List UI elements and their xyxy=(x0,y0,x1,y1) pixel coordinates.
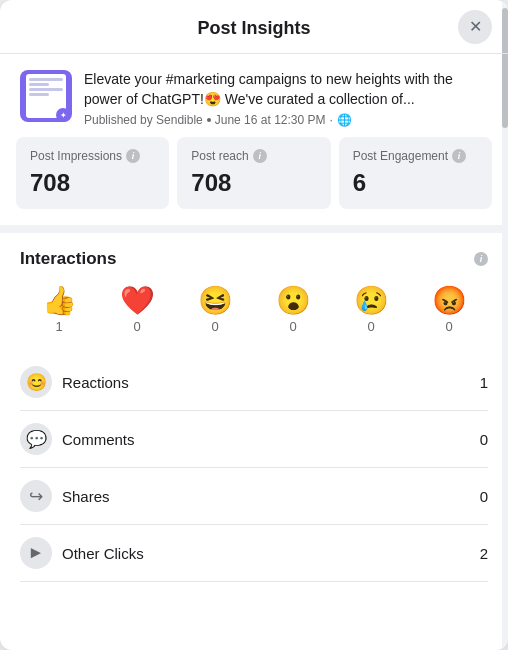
close-icon: ✕ xyxy=(469,17,482,36)
emoji-love-icon: ❤️ xyxy=(120,287,155,315)
stats-row: Post Impressions i 708 Post reach i 708 … xyxy=(0,137,508,225)
interaction-icon-1: 💬 xyxy=(20,423,52,455)
emoji-item-like: 👍 1 xyxy=(42,287,77,334)
emoji-row: 👍 1 ❤️ 0 😆 0 😮 0 😢 0 😡 0 xyxy=(20,283,488,338)
post-thumbnail: ✦ xyxy=(20,70,72,122)
doc-line-3 xyxy=(29,88,63,91)
interaction-left-1: 💬 Comments xyxy=(20,423,135,455)
emoji-like-count: 1 xyxy=(55,319,62,334)
published-by: Published by Sendible xyxy=(84,113,203,127)
interaction-label-1: Comments xyxy=(62,431,135,448)
interaction-item-other-clicks: ► Other Clicks 2 xyxy=(20,525,488,582)
stat-label-engagement: Post Engagement i xyxy=(353,149,478,163)
doc-badge: ✦ xyxy=(56,108,70,122)
emoji-angry-icon: 😡 xyxy=(432,287,467,315)
info-icon-impressions: i xyxy=(126,149,140,163)
info-icon-reach: i xyxy=(253,149,267,163)
modal-title: Post Insights xyxy=(197,18,310,39)
interaction-label-3: Other Clicks xyxy=(62,545,144,562)
meta-dot xyxy=(207,118,211,122)
interaction-left-3: ► Other Clicks xyxy=(20,537,144,569)
stat-value-engagement: 6 xyxy=(353,169,478,197)
interaction-item-shares: ↪ Shares 0 xyxy=(20,468,488,525)
interaction-left-2: ↪ Shares xyxy=(20,480,110,512)
interactions-section: Interactions i 👍 1 ❤️ 0 😆 0 😮 0 😢 0 😡 0 xyxy=(0,233,508,598)
interaction-count-0: 1 xyxy=(480,374,488,391)
post-meta: Published by Sendible June 16 at 12:30 P… xyxy=(84,113,488,127)
doc-line-2 xyxy=(29,83,49,86)
modal-header: Post Insights ✕ xyxy=(0,0,508,54)
emoji-item-angry: 😡 0 xyxy=(432,287,467,334)
interaction-icon-2: ↪ xyxy=(20,480,52,512)
emoji-wow-count: 0 xyxy=(289,319,296,334)
emoji-haha-icon: 😆 xyxy=(198,287,233,315)
emoji-haha-count: 0 xyxy=(211,319,218,334)
interaction-left-0: 😊 Reactions xyxy=(20,366,129,398)
post-date: June 16 at 12:30 PM xyxy=(215,113,326,127)
interactions-header: Interactions i xyxy=(20,249,488,269)
doc-line-4 xyxy=(29,93,49,96)
post-text: Elevate your #marketing campaigns to new… xyxy=(84,70,488,109)
info-icon-engagement: i xyxy=(452,149,466,163)
emoji-angry-count: 0 xyxy=(445,319,452,334)
post-insights-modal: Post Insights ✕ ✦ Elevate your #marketin… xyxy=(0,0,508,650)
post-info: Elevate your #marketing campaigns to new… xyxy=(84,70,488,127)
stat-card-engagement: Post Engagement i 6 xyxy=(339,137,492,209)
stat-value-reach: 708 xyxy=(191,169,316,197)
doc-line-1 xyxy=(29,78,63,81)
close-button[interactable]: ✕ xyxy=(458,10,492,44)
emoji-like-icon: 👍 xyxy=(42,287,77,315)
globe-icon: 🌐 xyxy=(337,113,352,127)
emoji-item-wow: 😮 0 xyxy=(276,287,311,334)
separator-dot: · xyxy=(330,113,333,127)
emoji-wow-icon: 😮 xyxy=(276,287,311,315)
emoji-sad-count: 0 xyxy=(367,319,374,334)
stat-card-impressions: Post Impressions i 708 xyxy=(16,137,169,209)
scrollbar-track[interactable] xyxy=(502,0,508,650)
stat-label-reach: Post reach i xyxy=(191,149,316,163)
emoji-sad-icon: 😢 xyxy=(354,287,389,315)
interactions-title: Interactions xyxy=(20,249,116,269)
interaction-icon-3: ► xyxy=(20,537,52,569)
interaction-label-2: Shares xyxy=(62,488,110,505)
interaction-icon-0: 😊 xyxy=(20,366,52,398)
post-preview: ✦ Elevate your #marketing campaigns to n… xyxy=(0,54,508,137)
stat-card-reach: Post reach i 708 xyxy=(177,137,330,209)
stat-label-impressions: Post Impressions i xyxy=(30,149,155,163)
interaction-count-3: 2 xyxy=(480,545,488,562)
interaction-count-1: 0 xyxy=(480,431,488,448)
stat-value-impressions: 708 xyxy=(30,169,155,197)
interaction-list: 😊 Reactions 1 💬 Comments 0 ↪ Shares 0 ► … xyxy=(20,354,488,582)
emoji-love-count: 0 xyxy=(133,319,140,334)
interaction-count-2: 0 xyxy=(480,488,488,505)
emoji-item-haha: 😆 0 xyxy=(198,287,233,334)
thumbnail-inner: ✦ xyxy=(26,74,66,118)
interaction-label-0: Reactions xyxy=(62,374,129,391)
info-icon-interactions: i xyxy=(474,252,488,266)
interaction-item-comments: 💬 Comments 0 xyxy=(20,411,488,468)
emoji-item-sad: 😢 0 xyxy=(354,287,389,334)
interaction-item-reactions: 😊 Reactions 1 xyxy=(20,354,488,411)
section-divider xyxy=(0,225,508,233)
emoji-item-love: ❤️ 0 xyxy=(120,287,155,334)
